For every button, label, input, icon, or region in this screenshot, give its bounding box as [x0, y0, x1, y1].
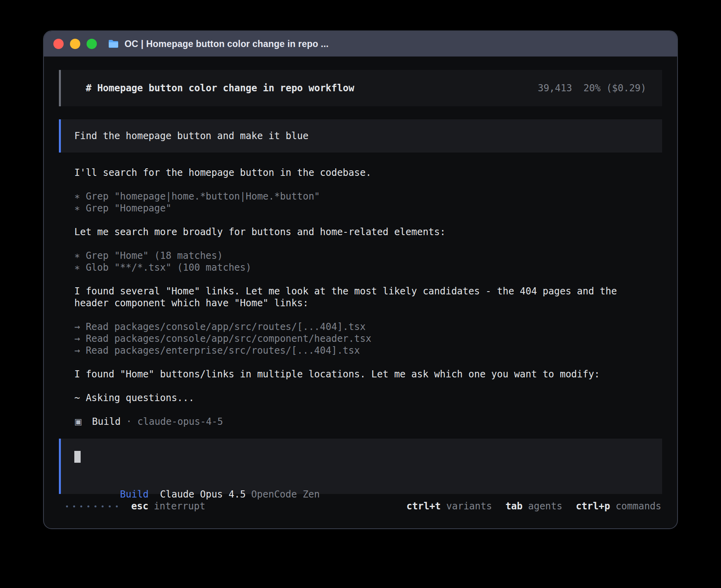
terminal-line	[74, 214, 636, 226]
terminal-window: OC | Homepage button color change in rep…	[43, 30, 678, 529]
agent-icon: ▣	[74, 416, 82, 428]
status-right: ctrl+t variants tab agents ctrl+p comman…	[406, 501, 661, 512]
window-title: OC | Homepage button color change in rep…	[125, 39, 328, 49]
traffic-lights	[53, 39, 97, 49]
spinner-dot	[87, 505, 89, 507]
terminal-line	[74, 273, 636, 285]
spinner-dot	[80, 505, 82, 507]
agent-badge: ▣ Build · claude-opus-4-5	[59, 416, 662, 428]
terminal-line	[74, 380, 636, 392]
terminal-line: ∗ Grep "homepage|home.*button|Home.*butt…	[74, 190, 636, 202]
user-message: Find the homepage button and make it blu…	[59, 119, 662, 153]
input-provider-label: OpenCode Zen	[251, 489, 320, 500]
shortcut-label: variants	[446, 501, 492, 512]
terminal-line: ∗ Glob "**/*.tsx" (100 matches)	[74, 262, 636, 273]
status-bar: esc interrupt ctrl+t variants tab agents…	[59, 499, 662, 513]
agent-model: claude-opus-4-5	[138, 416, 223, 428]
terminal-line: Let me search more broadly for buttons a…	[74, 226, 636, 238]
prompt-input[interactable]: BuildClaude Opus 4.5OpenCode Zen	[59, 439, 662, 494]
spinner-dot	[73, 505, 75, 507]
terminal-line	[74, 356, 636, 368]
terminal-line: ∗ Grep "Home" (18 matches)	[74, 250, 636, 262]
shortcut-label: commands	[615, 501, 661, 512]
esc-key-label: interrupt	[154, 501, 205, 512]
terminal-content: # Homepage button color change in repo w…	[44, 70, 677, 513]
title-group: OC | Homepage button color change in rep…	[108, 39, 328, 49]
spinner-dot	[109, 505, 111, 507]
terminal-line	[74, 404, 636, 416]
shortcut-key: tab	[506, 501, 523, 512]
spinner-dot	[102, 505, 104, 507]
close-button[interactable]	[53, 39, 64, 49]
shortcut-commands: ctrl+p commands	[576, 501, 661, 512]
text-cursor	[74, 451, 81, 463]
input-mode-label: Build	[120, 489, 149, 500]
terminal-line: I'll search for the homepage button in t…	[74, 167, 636, 179]
session-stats: 39,413 20% ($0.29)	[538, 83, 646, 94]
user-message-text: Find the homepage button and make it blu…	[74, 130, 308, 141]
spinner	[66, 505, 118, 507]
session-title: # Homepage button color change in repo w…	[86, 83, 354, 94]
session-header: # Homepage button color change in repo w…	[59, 70, 662, 106]
terminal-line	[74, 309, 636, 321]
terminal-line: ~ Asking questions...	[74, 392, 636, 404]
terminal-line: → Read packages/enterprise/src/routes/[.…	[74, 345, 636, 356]
input-model-label: Claude Opus 4.5	[160, 489, 246, 500]
titlebar[interactable]: OC | Homepage button color change in rep…	[44, 31, 677, 57]
spinner-dot	[94, 505, 96, 507]
shortcut-label: agents	[528, 501, 562, 512]
shortcut-key: ctrl+t	[406, 501, 441, 512]
terminal-line: ∗ Grep "Homepage"	[74, 202, 636, 214]
terminal-line: I found "Home" buttons/links in multiple…	[74, 368, 636, 380]
minimize-button[interactable]	[70, 39, 80, 49]
terminal-line: I found several "Home" links. Let me loo…	[74, 285, 636, 309]
terminal-line: → Read packages/console/app/src/routes/[…	[74, 321, 636, 333]
agent-name: Build	[92, 416, 121, 428]
spinner-dot	[66, 505, 68, 507]
folder-icon	[108, 39, 119, 49]
shortcut-agents: tab agents	[506, 501, 562, 512]
spinner-dot	[116, 505, 118, 507]
terminal-line	[74, 238, 636, 250]
shortcut-key: ctrl+p	[576, 501, 610, 512]
agent-separator: ·	[126, 416, 132, 428]
shortcut-variants: ctrl+t variants	[406, 501, 492, 512]
esc-key: esc	[131, 501, 148, 512]
zoom-button[interactable]	[87, 39, 97, 49]
terminal-line: → Read packages/console/app/src/componen…	[74, 333, 636, 345]
conversation: I'll search for the homepage button in t…	[59, 167, 636, 416]
terminal-line	[74, 179, 636, 190]
status-left: esc interrupt	[66, 501, 205, 512]
